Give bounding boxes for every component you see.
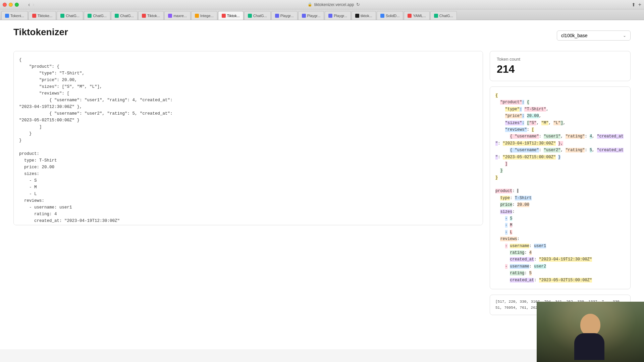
tab-4[interactable]: ChatG... xyxy=(111,11,138,20)
tab-label-7: Intege... xyxy=(200,14,214,18)
token-count-value: 214 xyxy=(497,63,624,75)
model-selector[interactable]: cl100k_base p50k_base r50k_base p50k_edi… xyxy=(557,31,631,41)
tab-favicon-10 xyxy=(275,14,279,18)
token-line-5: "sizes": ["S", "M", "L"], xyxy=(495,120,625,126)
tab-favicon-2 xyxy=(60,14,64,18)
token-line-20: - L xyxy=(495,229,625,236)
video-person xyxy=(537,302,644,349)
share-icon[interactable]: ⬆ xyxy=(632,2,636,7)
tab-label-9: ChatG... xyxy=(253,14,267,18)
main-layout: { "product": { "type": "T-Shirt", "price… xyxy=(13,51,631,315)
video-overlay xyxy=(537,302,644,349)
token-line-12: } xyxy=(495,167,625,174)
tab-favicon-4 xyxy=(115,14,119,18)
token-count-box: Token count 214 xyxy=(490,51,631,81)
title-bar: ‹ › 🔒 tiktokenizer.vercel.app ↻ ⬆ + xyxy=(0,0,644,9)
tab-label-0: Tokeni... xyxy=(10,14,24,18)
tab-label-4: ChatG... xyxy=(120,14,134,18)
token-line-23: rating: 4 xyxy=(495,249,625,256)
tab-10[interactable]: Playgr... xyxy=(271,11,298,20)
token-line-2: "product": { xyxy=(495,99,625,106)
tab-favicon-15 xyxy=(408,14,412,18)
reload-icon[interactable]: ↻ xyxy=(356,2,360,7)
model-select[interactable]: cl100k_base p50k_base r50k_base p50k_edi… xyxy=(561,33,620,38)
token-line-22: - username: user1 xyxy=(495,243,625,249)
tab-favicon-8 xyxy=(222,14,226,18)
token-line-9: { "username": "user2", "rating": 5, "cre… xyxy=(495,147,625,154)
token-line-27: created_at: "2023-05-02T15:00:00Z" xyxy=(495,277,625,284)
token-line-17: sizes: xyxy=(495,208,625,215)
tab-favicon-13 xyxy=(355,14,359,18)
tab-favicon-16 xyxy=(434,14,438,18)
tab-label-15: YAML... xyxy=(413,14,426,18)
fullscreen-button[interactable] xyxy=(15,3,19,7)
new-tab-icon[interactable]: + xyxy=(638,2,641,8)
token-viz-box: { "product": { "type": "T-Shirt", "price… xyxy=(490,86,631,289)
token-line-16: price: 20.00 xyxy=(495,201,625,208)
right-panel: Token count 214 { "product": { "type": "… xyxy=(490,51,631,315)
tab-label-14: SolidD... xyxy=(386,14,400,18)
traffic-lights xyxy=(3,3,19,7)
token-line-26: rating: 5 xyxy=(495,270,625,277)
tab-8[interactable]: Tiktok... xyxy=(218,11,244,20)
tab-14[interactable]: SolidD... xyxy=(377,11,404,20)
tab-0[interactable]: Tokeni... xyxy=(1,11,28,20)
tab-favicon-7 xyxy=(195,14,199,18)
lock-icon: 🔒 xyxy=(308,2,312,7)
token-line-8: ": "2023-04-19T12:30:00Z" }, xyxy=(495,140,625,147)
tab-16[interactable]: ChatG... xyxy=(430,11,457,20)
minimize-button[interactable] xyxy=(9,3,13,7)
tab-favicon-9 xyxy=(248,14,252,18)
token-line-1: { xyxy=(495,92,625,99)
tab-5[interactable]: Tiktok... xyxy=(138,11,164,20)
token-line-19: - M xyxy=(495,222,625,229)
token-line-6: "reviews": [ xyxy=(495,126,625,133)
token-line-15: type: T-Shirt xyxy=(495,195,625,201)
person-head xyxy=(580,314,600,336)
tab-label-1: Tiktoke... xyxy=(38,14,52,18)
tab-label-10: Playgr... xyxy=(280,14,294,18)
tab-favicon-3 xyxy=(88,14,92,18)
person-body xyxy=(574,333,604,349)
tab-favicon-0 xyxy=(5,14,9,18)
tab-9[interactable]: ChatG... xyxy=(244,11,271,20)
tab-favicon-1 xyxy=(32,14,36,18)
url-display[interactable]: tiktokenizer.vercel.app xyxy=(314,2,354,7)
tab-7[interactable]: Intege... xyxy=(191,11,217,20)
tab-11[interactable]: Playgr... xyxy=(298,11,324,20)
forward-button[interactable]: › xyxy=(31,1,36,8)
tab-favicon-14 xyxy=(380,14,384,18)
tab-12[interactable]: Playgr... xyxy=(325,11,351,20)
close-button[interactable] xyxy=(3,3,7,7)
token-line-3: "type": "T-Shirt", xyxy=(495,106,625,113)
address-bar-container: 🔒 tiktokenizer.vercel.app ↻ xyxy=(36,2,632,7)
tab-15[interactable]: YAML... xyxy=(404,11,429,20)
chevron-down-icon: ⌄ xyxy=(623,33,626,38)
tab-label-3: ChatG... xyxy=(93,14,107,18)
tab-3[interactable]: ChatG... xyxy=(84,11,110,20)
token-line-24: created_at: "2023-04-19T12:30:00Z" xyxy=(495,256,625,263)
page-content: Tiktokenizer cl100k_base p50k_base r50k_… xyxy=(0,20,644,349)
video-placeholder xyxy=(537,302,644,349)
input-textarea[interactable]: { "product": { "type": "T-Shirt", "price… xyxy=(13,51,483,225)
toolbar-right: ⬆ + xyxy=(632,2,641,8)
page-title: Tiktokenizer xyxy=(13,27,68,38)
token-line-21: reviews: xyxy=(495,236,625,242)
tab-13[interactable]: tiktok... xyxy=(352,11,376,20)
tab-6[interactable]: maxre... xyxy=(164,11,191,20)
token-count-label: Token count xyxy=(497,57,624,62)
token-line-11: ] xyxy=(495,161,625,167)
token-line-13: } xyxy=(495,174,625,181)
tab-1[interactable]: Tiktoke... xyxy=(29,11,56,20)
tab-label-16: ChatG... xyxy=(439,14,453,18)
tab-label-11: Playgr... xyxy=(307,14,321,18)
tab-label-2: ChatG... xyxy=(66,14,79,18)
token-line-10: ": "2023-05-02T15:00:00Z" } xyxy=(495,154,625,161)
tab-favicon-5 xyxy=(142,14,146,18)
tab-label-12: Playgr... xyxy=(334,14,347,18)
top-row: Tiktokenizer cl100k_base p50k_base r50k_… xyxy=(13,27,631,44)
token-line-4: "price": 20.00, xyxy=(495,113,625,119)
tab-2[interactable]: ChatG... xyxy=(57,11,83,20)
back-button[interactable]: ‹ xyxy=(27,1,31,8)
tab-label-13: tiktok... xyxy=(361,14,372,18)
